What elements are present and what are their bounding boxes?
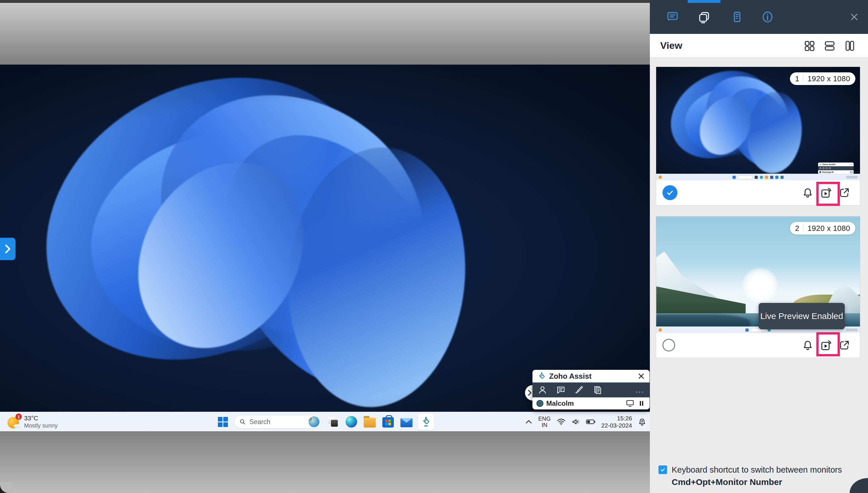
tab-session-info[interactable]: [757, 7, 778, 27]
zoho-assist-logo-icon: [537, 371, 546, 381]
active-tab-indicator: [688, 0, 720, 3]
monitor-resolution: 1920 x 1080: [807, 224, 850, 233]
tray-date: 22-03-2024: [601, 422, 632, 429]
monitor-number: 2: [795, 224, 799, 233]
chevron-up-icon: [525, 419, 532, 424]
tab-session-details[interactable]: [727, 7, 747, 27]
monitor-2-notify-button[interactable]: [799, 336, 817, 354]
zoho-assist-taskbar-button[interactable]: [418, 414, 434, 430]
more-options-icon[interactable]: ...: [636, 388, 644, 391]
close-icon: [849, 12, 859, 22]
mini-assist-window: Zoho Assist × Soumya M: [818, 163, 854, 174]
user-avatar: [536, 400, 543, 407]
microsoft-store-icon: [382, 417, 394, 428]
search-daily-image: [309, 416, 319, 427]
rows-layout-button[interactable]: [822, 38, 838, 54]
columns-layout-icon: [843, 39, 856, 52]
live-preview-tooltip: Live Preview Enabled: [759, 303, 845, 329]
volume-button[interactable]: [572, 418, 580, 426]
connected-user-name: Malcolm: [546, 400, 623, 407]
assist-window-toolbar: ...: [532, 383, 650, 398]
chat-icon[interactable]: [556, 385, 566, 395]
participants-icon[interactable]: [538, 385, 548, 395]
monitor-2-live-preview-button[interactable]: [817, 336, 835, 354]
chevron-right-icon: [527, 389, 532, 396]
mini-avatar: [819, 171, 821, 173]
monitor-2-action-row: [656, 333, 860, 358]
weather-sun-icon: 1: [7, 415, 21, 428]
sidebar-expand-tab[interactable]: [0, 238, 16, 260]
monitor-resolution: 1920 x 1080: [807, 74, 850, 83]
tab-screens[interactable]: [694, 7, 714, 27]
edge-icon: [346, 416, 357, 428]
open-new-window-icon: [839, 339, 850, 351]
info-icon: [761, 10, 774, 24]
monitor-2-unselected-radio[interactable]: [663, 339, 675, 351]
mail-button[interactable]: [400, 415, 413, 429]
monitor-2-resolution-badge: 2 1920 x 1080: [790, 222, 855, 235]
monitor-1-resolution-badge: 1 1920 x 1080: [790, 72, 855, 85]
remote-desktop[interactable]: Zoho Assist: [0, 65, 650, 431]
session-sidebar: View: [650, 0, 868, 493]
assist-window-titlebar[interactable]: Zoho Assist: [532, 370, 650, 383]
grid-layout-icon: [803, 39, 816, 52]
bell-icon: [802, 187, 814, 198]
live-preview-icon: [820, 187, 832, 199]
taskbar-weather-widget[interactable]: 1 33°C Mostly sunny: [7, 412, 58, 431]
monitor-1-thumbnail[interactable]: Zoho Assist × Soumya M: [656, 67, 860, 180]
weather-condition: Mostly sunny: [24, 422, 58, 429]
windows-taskbar: 1 33°C Mostly sunny: [0, 412, 650, 431]
mini-window-title: Zoho Assist: [822, 164, 850, 166]
monitor-1-open-window-button[interactable]: [835, 184, 854, 202]
pause-icon[interactable]: [638, 400, 646, 407]
window-top-strip: [0, 0, 650, 3]
monitor-2-open-window-button[interactable]: [835, 336, 854, 354]
start-button[interactable]: [216, 415, 230, 429]
monitor-1-notify-button[interactable]: [799, 184, 817, 202]
microsoft-store-button[interactable]: [381, 415, 395, 429]
shortcut-combo: Cmd+Opt+Monitor Number: [672, 477, 860, 487]
taskbar-search-box[interactable]: Search: [234, 415, 321, 428]
sidebar-close-button[interactable]: [846, 7, 863, 27]
rows-layout-icon: [823, 39, 836, 52]
monitor-1-action-row: [656, 180, 860, 205]
notification-center-button[interactable]: [638, 417, 646, 426]
language-line1: ENG: [538, 415, 551, 422]
tray-time: 15:26: [601, 414, 632, 422]
copy-clipboard-icon[interactable]: [593, 385, 602, 395]
monitor-icon[interactable]: [625, 400, 635, 407]
monitor-1-selected-radio[interactable]: [663, 185, 677, 200]
grid-layout-button[interactable]: [801, 38, 818, 54]
columns-layout-button[interactable]: [842, 38, 858, 54]
taskbar-center-icons: Search: [216, 412, 434, 431]
tab-chat[interactable]: [663, 7, 683, 27]
close-icon[interactable]: [638, 372, 645, 380]
language-indicator[interactable]: ENG IN: [538, 415, 551, 428]
monitor-1-live-preview-button[interactable]: [817, 184, 835, 202]
mini-monitor-icon: [850, 171, 852, 173]
letterbox-bottom: [0, 431, 650, 493]
letterbox-top: [0, 3, 650, 65]
file-explorer-icon: [364, 418, 376, 428]
keyboard-shortcut-setting: Keyboard shortcut to switch between moni…: [659, 465, 860, 487]
mail-icon: [400, 418, 413, 427]
wifi-button[interactable]: [557, 418, 566, 426]
session-details-icon: [731, 10, 744, 24]
clock-widget[interactable]: 15:26 22-03-2024: [601, 414, 632, 429]
search-placeholder: Search: [249, 418, 305, 426]
mini-taskbar: [656, 174, 860, 180]
battery-button[interactable]: [586, 419, 596, 425]
notification-bell-icon: [638, 417, 646, 426]
annotate-pen-icon[interactable]: [574, 385, 584, 395]
weather-temperature: 33°C: [24, 414, 58, 422]
task-view-button[interactable]: [326, 415, 340, 429]
file-explorer-button[interactable]: [363, 415, 377, 429]
shortcut-checkbox[interactable]: [659, 466, 667, 474]
chevron-right-icon: [3, 243, 12, 255]
weather-badge: 1: [16, 413, 22, 420]
chat-icon: [666, 10, 679, 24]
bell-icon: [802, 339, 814, 351]
edge-browser-button[interactable]: [344, 415, 358, 429]
tray-overflow-button[interactable]: [525, 419, 532, 424]
zoho-assist-remote-session: Zoho Assist: [0, 0, 868, 493]
